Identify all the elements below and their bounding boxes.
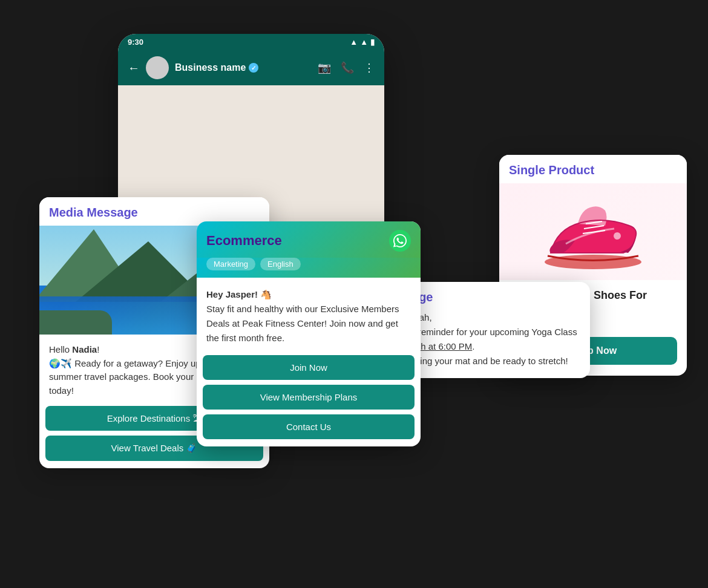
status-icons: ▲ ▲ ▮ [350,38,375,47]
verified-badge: ✓ [249,63,258,73]
main-scene: 9:30 ▲ ▲ ▮ ← Business name ✓ 📷 📞 ⋮ Med [21,22,687,566]
single-product-header: Single Product [499,155,687,183]
shoe-svg [533,192,654,271]
product-image [499,183,687,280]
video-call-icon[interactable]: 📷 [318,61,331,74]
view-membership-plans-button[interactable]: View Membership Plans [203,385,415,410]
header-action-icons: 📷 📞 ⋮ [318,61,375,74]
time-display: 9:30 [128,38,143,47]
back-button[interactable]: ← [128,61,140,75]
ecommerce-body-text: Hey Jasper! 🐴Stay fit and healthy with o… [206,287,411,345]
wifi-icon: ▲ [350,38,358,47]
contact-us-button[interactable]: Contact Us [203,414,415,439]
tag-marketing: Marketing [206,258,255,270]
media-card-title: Media Message [49,206,260,220]
signal-icon: ▲ [360,38,368,47]
ecommerce-card-buttons: Join Now View Membership Plans Contact U… [197,355,421,446]
ecommerce-card-body: Hey Jasper! 🐴Stay fit and healthy with o… [197,278,421,355]
business-name-display: Business name ✓ [175,62,312,73]
single-product-title: Single Product [509,163,677,177]
chat-header: ← Business name ✓ 📷 📞 ⋮ [118,50,384,85]
svg-point-4 [614,232,621,240]
whatsapp-icon [389,230,411,252]
voice-call-icon[interactable]: 📞 [341,61,354,74]
ecommerce-card: Ecommerce Marketing English Hey Jasper! … [197,221,421,446]
ecommerce-tags: Marketing English [197,258,421,278]
join-now-button[interactable]: Join Now [203,355,415,380]
land-layer [39,310,112,335]
ecommerce-card-header: Ecommerce [197,221,421,258]
status-bar: 9:30 ▲ ▲ ▮ [118,34,384,50]
tag-english: English [260,258,301,270]
svg-point-0 [545,255,641,269]
ecommerce-card-title: Ecommerce [206,233,282,249]
avatar [146,56,169,79]
battery-icon: ▮ [370,38,375,47]
menu-icon[interactable]: ⋮ [364,61,375,74]
